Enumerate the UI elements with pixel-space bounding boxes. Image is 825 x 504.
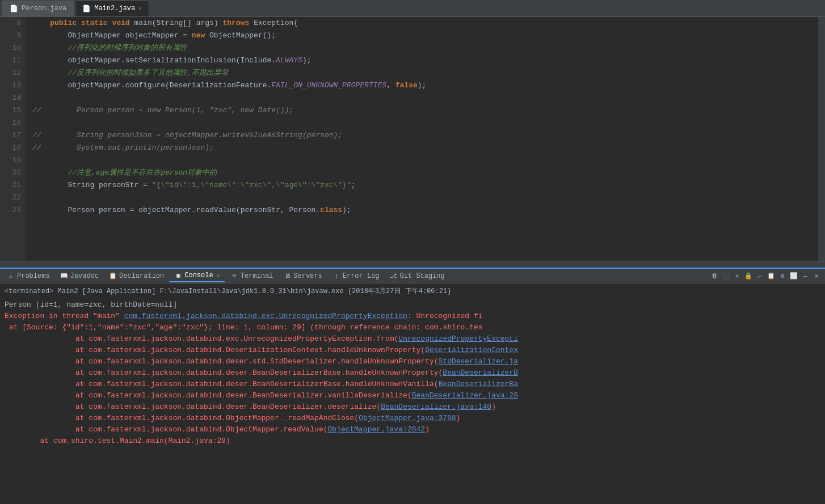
code-line — [32, 192, 811, 204]
code-line — [32, 117, 811, 129]
terminate-button[interactable]: ✕ — [732, 271, 742, 281]
panel-tab-git-staging[interactable]: ⎇ Git Staging — [385, 270, 449, 282]
line-numbers: 8 9 10 11 12 13 14 15 16 17 18 19 20 21 … — [0, 17, 26, 261]
code-line: // System.out.println(personJson); — [32, 142, 811, 154]
panel-tab-label: Error Log — [343, 272, 380, 280]
link-10[interactable]: ObjectMapper.java:2842 — [328, 425, 426, 434]
close-icon[interactable]: ✕ — [138, 5, 142, 12]
copy-button[interactable]: 📋 — [766, 271, 776, 281]
vertical-scrollbar[interactable] — [818, 17, 825, 261]
panel-tab-label: Git Staging — [400, 272, 445, 280]
panel-tab-label: Servers — [293, 272, 322, 280]
code-line: // Person person = new Person(1, "zxc", … — [32, 104, 811, 117]
panel-tab-label: Declaration — [119, 272, 164, 280]
link-5[interactable]: BeanDeserializerB — [443, 369, 518, 377]
link-9[interactable]: ObjectMapper.java:3798 — [359, 414, 456, 422]
code-line: // String personJson = objectMapper.writ… — [32, 129, 811, 142]
code-line: objectMapper.setSerializationInclusion(I… — [32, 54, 811, 67]
panel-tab-servers[interactable]: 🖥 Servers — [279, 270, 326, 282]
terminated-line: <terminated> Main2 [Java Application] F:… — [5, 286, 820, 297]
tab-label: Person.java — [22, 5, 66, 12]
editor-area: 8 9 10 11 12 13 14 15 16 17 18 19 20 21 … — [0, 17, 825, 261]
console-close: ✕ — [217, 272, 220, 279]
code-line: public static void main(String[] args) t… — [32, 17, 811, 29]
horizontal-scrollbar[interactable] — [0, 261, 825, 268]
code-line: objectMapper.configure(DeserializationFe… — [32, 79, 811, 92]
tab-label: Main2.java — [94, 5, 135, 12]
link-6[interactable]: BeanDeserializerBa — [439, 380, 518, 388]
link-4[interactable]: StdDeserializer.ja — [439, 357, 518, 366]
code-line: String personStr = "{\"id\":1,\"name\":\… — [32, 179, 811, 192]
code-line: //注意,age属性是不存在在person对象中的 — [32, 167, 811, 179]
link-8[interactable]: BeanDeserializer.java:140 — [381, 403, 491, 411]
close-panel-button[interactable]: ✕ — [811, 271, 822, 281]
console-line-exception: Exception in thread "main" com.fasterxml… — [5, 311, 820, 322]
exception-link[interactable]: com.fasterxml.jackson.databind.exc.Unrec… — [124, 312, 407, 320]
declaration-icon: 📋 — [109, 272, 117, 280]
panel-tab-problems[interactable]: ⚠ Problems — [2, 270, 54, 282]
console-line-at4: at com.fasterxml.jackson.databind.deser.… — [5, 356, 820, 367]
link-7[interactable]: BeanDeserializer.java:28 — [412, 391, 518, 400]
error-log-icon: ! — [332, 272, 340, 280]
panel-tab-label: Problems — [17, 272, 50, 280]
console-icon: ▣ — [174, 272, 182, 279]
git-staging-icon: ⎇ — [390, 272, 398, 280]
panel-tab-label: Terminal — [241, 272, 273, 280]
console-line-at9: at com.fasterxml.jackson.databind.Object… — [5, 413, 820, 424]
tab-main2-java[interactable]: 📄 Main2.java ✕ — [75, 1, 149, 16]
console-line-at11: at com.shiro.test.Main2.main(Main2.java:… — [5, 435, 820, 447]
code-line: //序列化的时候序列对象的所有属性 — [32, 42, 811, 54]
console-line-normal: Person [id=1, name=zxc, birthDate=null] — [5, 299, 820, 311]
servers-icon: 🖥 — [283, 272, 291, 280]
clear-console-button[interactable]: 🗑 — [709, 271, 719, 281]
panel-tab-label: Javadoc — [70, 272, 99, 280]
console-line-at7: at com.fasterxml.jackson.databind.deser.… — [5, 390, 820, 401]
file-icon: 📄 — [82, 5, 91, 13]
code-line — [32, 92, 811, 104]
console-output: <terminated> Main2 [Java Application] F:… — [0, 283, 825, 504]
panel-toolbar: 🗑 ⬛ ✕ 🔒 ↵ 📋 ⚙ ⬜ — ✕ — [709, 271, 825, 281]
console-line-at6: at com.fasterxml.jackson.databind.deser.… — [5, 379, 820, 390]
stop-button[interactable]: ⬛ — [721, 271, 731, 281]
scroll-lock-button[interactable]: 🔒 — [743, 271, 754, 281]
panel-tab-label: Console — [184, 272, 213, 279]
code-line: //反序列化的时候如果多了其他属性,不抛出异常 — [32, 67, 811, 79]
settings-button[interactable]: ⚙ — [777, 271, 788, 281]
panel-tabs: ⚠ Problems 📖 Javadoc 📋 Declaration ▣ Con… — [0, 268, 825, 283]
console-line-at5: at com.fasterxml.jackson.databind.deser.… — [5, 367, 820, 379]
panel-tab-console[interactable]: ▣ Console ✕ — [170, 270, 224, 282]
panel-tab-javadoc[interactable]: 📖 Javadoc — [56, 270, 103, 282]
maximize-button[interactable]: ⬜ — [789, 271, 799, 281]
tab-person-java[interactable]: 📄 Person.java — [2, 1, 74, 16]
console-line-at10: at com.fasterxml.jackson.databind.Object… — [5, 424, 820, 435]
panel-tab-terminal[interactable]: ⌨ Terminal — [226, 270, 278, 282]
file-icon: 📄 — [10, 5, 18, 13]
minimize-button[interactable]: — — [800, 271, 810, 281]
panel-tab-declaration[interactable]: 📋 Declaration — [104, 270, 169, 282]
link-2[interactable]: UnrecognizedPropertyExcepti — [398, 334, 518, 343]
word-wrap-button[interactable]: ↵ — [755, 271, 765, 281]
code-line: Person person = objectMapper.readValue(p… — [32, 204, 811, 217]
problems-icon: ⚠ — [7, 272, 15, 280]
console-line-at3: at com.fasterxml.jackson.databind.Deseri… — [5, 345, 820, 356]
panel-tab-error-log[interactable]: ! Error Log — [328, 270, 384, 282]
console-line-at1: at [Source: {"id":1,"name":"zxc","age":"… — [5, 322, 820, 333]
code-content: public static void main(String[] args) t… — [26, 17, 818, 261]
link-3[interactable]: DeserializationContex — [425, 346, 518, 354]
terminal-icon: ⌨ — [230, 272, 238, 280]
javadoc-icon: 📖 — [60, 272, 68, 280]
console-line-at2: at com.fasterxml.jackson.databind.exc.Un… — [5, 333, 820, 345]
console-line-at8: at com.fasterxml.jackson.databind.deser.… — [5, 401, 820, 413]
tab-bar: 📄 Person.java 📄 Main2.java ✕ — [0, 0, 825, 17]
code-line: ObjectMapper objectMapper = new ObjectMa… — [32, 29, 811, 42]
code-line — [32, 154, 811, 167]
